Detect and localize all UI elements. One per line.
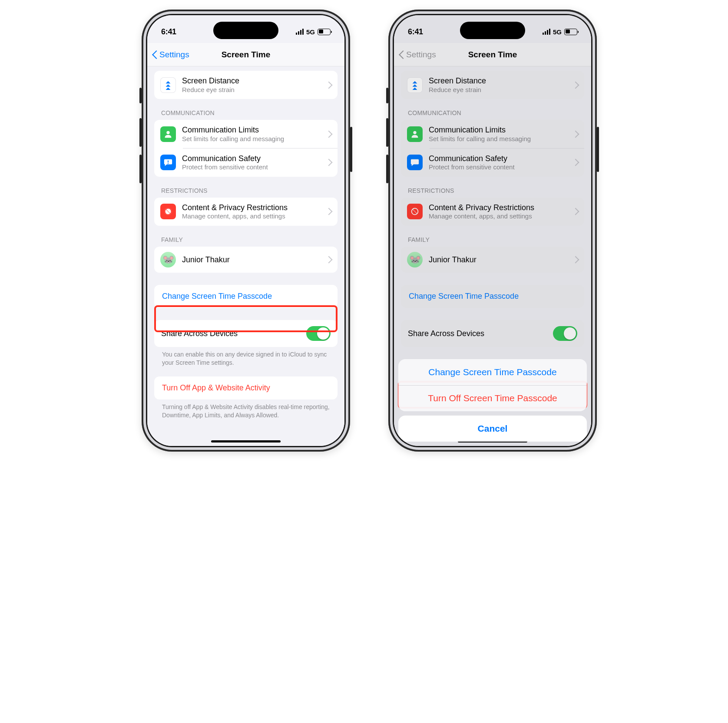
page-title: Screen Time [222, 50, 271, 59]
action-sheet: Change Screen Time Passcode Turn Off Scr… [398, 359, 587, 442]
row-title: Communication Safety [182, 154, 323, 164]
phone-left: 6:41 5G Settings Screen Time [142, 10, 350, 452]
row-sub: Protect from sensitive content [182, 163, 323, 172]
change-passcode-button[interactable]: Change Screen Time Passcode [154, 285, 338, 308]
nav-bar: Settings Screen Time [147, 43, 344, 66]
share-toggle[interactable] [306, 326, 331, 341]
chevron-right-icon [326, 83, 331, 88]
row-family-member[interactable]: 🐭 Junior Thakur [154, 247, 338, 273]
dynamic-island [213, 22, 278, 39]
sheet-cancel[interactable]: Cancel [398, 416, 587, 442]
settings-content[interactable]: Screen Distance Reduce eye strain COMMUN… [147, 66, 344, 446]
chevron-left-icon [153, 50, 159, 59]
chevron-right-icon [326, 209, 331, 214]
no-entry-icon [160, 204, 176, 219]
screen-distance-icon [160, 77, 176, 93]
svg-rect-1 [168, 161, 169, 163]
row-comm-limits[interactable]: Communication Limits Set limits for call… [154, 120, 338, 148]
turn-off-activity-button[interactable]: Turn Off App & Website Activity [154, 376, 338, 399]
sheet-change-passcode[interactable]: Change Screen Time Passcode [398, 359, 587, 385]
header-restrictions: RESTRICTIONS [154, 177, 338, 198]
back-button[interactable]: Settings [153, 43, 189, 66]
row-title: Content & Privacy Restrictions [182, 203, 323, 213]
chevron-right-icon [326, 132, 331, 137]
back-label: Settings [159, 50, 189, 59]
row-comm-safety[interactable]: Communication Safety Protect from sensit… [154, 149, 338, 177]
phone-right: 6:41 5G Settings Screen Time [388, 10, 597, 452]
row-share-across: Share Across Devices [154, 320, 338, 347]
svg-point-0 [166, 131, 169, 134]
share-footnote: You can enable this on any device signed… [154, 347, 338, 367]
row-sub: Manage content, apps, and settings [182, 212, 323, 221]
row-sub: Reduce eye strain [182, 86, 323, 94]
battery-icon [318, 29, 331, 35]
contact-icon [160, 126, 176, 142]
row-title: Screen Distance [182, 76, 323, 86]
status-time: 6:41 [161, 27, 176, 36]
sheet-turn-off-passcode[interactable]: Turn Off Screen Time Passcode [398, 385, 587, 411]
signal-bars-icon [296, 29, 304, 35]
chevron-right-icon [326, 257, 331, 262]
row-title: Junior Thakur [182, 255, 323, 265]
row-title: Communication Limits [182, 125, 323, 135]
row-screen-distance[interactable]: Screen Distance Reduce eye strain [154, 71, 338, 99]
home-indicator[interactable] [211, 440, 281, 442]
header-communication: COMMUNICATION [154, 99, 338, 120]
chat-warning-icon [160, 155, 176, 170]
svg-rect-2 [168, 163, 169, 164]
row-restrictions[interactable]: Content & Privacy Restrictions Manage co… [154, 198, 338, 226]
network-label: 5G [306, 28, 315, 36]
memoji-avatar: 🐭 [160, 252, 176, 267]
row-sub: Set limits for calling and messaging [182, 135, 323, 143]
header-family: FAMILY [154, 226, 338, 247]
share-label: Share Across Devices [161, 329, 238, 339]
turn-off-footnote: Turning off App & Website Activity disab… [154, 399, 338, 419]
chevron-right-icon [326, 160, 331, 165]
